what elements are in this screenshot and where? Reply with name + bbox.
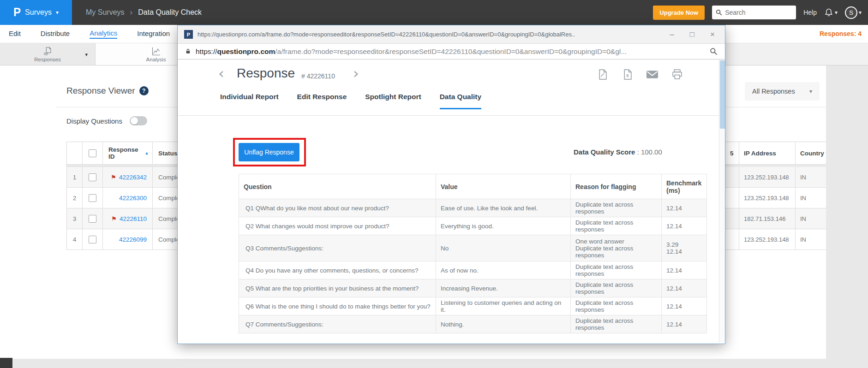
row-checkbox[interactable] bbox=[89, 215, 96, 223]
unflag-response-button[interactable]: Unflag Response bbox=[239, 143, 299, 161]
question-cell: Q1 QWhat do you like most about our new … bbox=[239, 199, 436, 217]
reason-cell: Duplicate text across responses bbox=[571, 297, 662, 315]
header-right: Upgrade Now Help ▾ S ▾ bbox=[653, 6, 868, 20]
table-row: 182.71.153.146 IN bbox=[725, 208, 826, 229]
select-all-checkbox[interactable] bbox=[89, 149, 96, 157]
benchmark-header: Benchmark (ms) bbox=[662, 174, 707, 199]
account-menu[interactable]: S ▾ bbox=[845, 6, 862, 19]
nav-item-edit[interactable]: Edit bbox=[9, 30, 21, 38]
response-id-link[interactable]: 42226110 bbox=[120, 215, 147, 222]
zoom-icon[interactable] bbox=[710, 47, 718, 55]
export-excel-icon[interactable]: x bbox=[622, 69, 633, 80]
address-url: https://questionpro.com/a/frame.do?mode=… bbox=[196, 47, 705, 56]
bell-icon bbox=[824, 8, 833, 17]
chevron-down-icon[interactable]: ▾ bbox=[85, 52, 88, 58]
tab-edit-response[interactable]: Edit Response bbox=[297, 93, 347, 109]
nav-item-analytics[interactable]: Analytics bbox=[90, 29, 117, 39]
quality-row: Q7 Comments/Suggestions: Nothing. Duplic… bbox=[239, 315, 707, 333]
report-tabs: Individual Report Edit Response Spotligh… bbox=[220, 93, 481, 109]
export-actions: x bbox=[597, 69, 683, 80]
responses-icon bbox=[42, 46, 53, 56]
all-responses-dropdown[interactable]: All Responses ▾ bbox=[745, 82, 820, 101]
tab-individual-report[interactable]: Individual Report bbox=[220, 93, 279, 109]
close-button[interactable]: × bbox=[710, 30, 715, 38]
print-icon[interactable] bbox=[671, 69, 683, 80]
response-title: Response bbox=[237, 66, 295, 81]
chevron-down-icon: ▾ bbox=[835, 9, 838, 16]
divider bbox=[178, 115, 725, 116]
quality-row: Q4 Do you have any other comments, quest… bbox=[239, 261, 707, 279]
benchmark-cell: 12.14 bbox=[662, 279, 707, 297]
row-checkbox[interactable] bbox=[89, 173, 96, 181]
truncated-column-header: 5 bbox=[725, 142, 739, 165]
ip-cell: 123.252.193.148 bbox=[739, 229, 796, 250]
response-id-header[interactable]: Response ID▲ bbox=[103, 142, 153, 165]
response-table-right-fragment: 5 IP Address Country Co 123.252.193.148 … bbox=[725, 142, 826, 250]
breadcrumb-my-surveys[interactable]: My Surveys bbox=[86, 8, 125, 17]
toolbar-responses[interactable]: Responses ▾ bbox=[0, 43, 96, 65]
previous-response-button[interactable]: ‹ bbox=[218, 66, 224, 81]
reason-cell: Duplicate text across responses bbox=[571, 315, 662, 333]
question-cell: Q2 What changes would most improve our p… bbox=[239, 217, 436, 235]
reason-cell: Duplicate text across responses bbox=[571, 217, 662, 235]
question-header: Question bbox=[239, 174, 436, 199]
app-root: P Surveys ▾ My Surveys › Data Quality Ch… bbox=[0, 0, 868, 368]
quality-row: Q2 What changes would most improve our p… bbox=[239, 217, 707, 235]
country-cell: IN bbox=[796, 167, 826, 188]
sort-asc-icon[interactable]: ▲ bbox=[145, 151, 149, 155]
row-checkbox[interactable] bbox=[89, 236, 96, 243]
search-input[interactable] bbox=[725, 9, 792, 16]
quality-row: Q3 Comments/Suggestions: No One word ans… bbox=[239, 235, 707, 261]
breadcrumb-separator-icon: › bbox=[130, 8, 133, 17]
modal-scrollbar[interactable] bbox=[719, 59, 725, 343]
chevron-down-icon: ▾ bbox=[809, 88, 812, 95]
minimize-button[interactable]: – bbox=[670, 30, 674, 38]
tab-data-quality[interactable]: Data Quality bbox=[440, 93, 481, 109]
scrollbar-thumb[interactable] bbox=[720, 60, 725, 129]
display-questions-toggle[interactable] bbox=[130, 116, 147, 125]
global-search bbox=[712, 6, 796, 19]
help-link[interactable]: Help bbox=[803, 9, 817, 16]
tab-spotlight-report[interactable]: Spotlight Report bbox=[365, 93, 421, 109]
top-header: P Surveys ▾ My Surveys › Data Quality Ch… bbox=[0, 0, 868, 25]
response-id-link[interactable]: 42226342 bbox=[119, 174, 147, 181]
export-pdf-icon[interactable] bbox=[597, 69, 608, 80]
svg-text:x: x bbox=[626, 73, 629, 78]
nav-item-integration[interactable]: Integration bbox=[137, 30, 170, 38]
address-bar[interactable]: https://questionpro.com/a/frame.do?mode=… bbox=[178, 44, 725, 59]
benchmark-cell: 12.14 bbox=[662, 315, 707, 333]
maximize-button[interactable]: □ bbox=[690, 30, 694, 38]
nav-item-distribute[interactable]: Distribute bbox=[41, 30, 70, 38]
data-quality-score: Data Quality Score : 100.00 bbox=[574, 148, 662, 156]
window-titlebar[interactable]: P https://questionpro.com/a/frame.do?mod… bbox=[178, 25, 725, 44]
value-cell: Listening to customer queries and acting… bbox=[436, 297, 571, 315]
quality-table-header: Question Value Reason for flagging Bench… bbox=[239, 174, 707, 199]
notifications-button[interactable]: ▾ bbox=[824, 8, 838, 17]
benchmark-cell: 12.14 bbox=[662, 217, 707, 235]
responses-count: Responses: 4 bbox=[820, 30, 862, 37]
row-number: 3 bbox=[67, 208, 83, 229]
email-icon[interactable] bbox=[647, 69, 658, 80]
window-controls: – □ × bbox=[670, 30, 718, 38]
response-id-link[interactable]: 42226099 bbox=[119, 236, 147, 243]
benchmark-cell: 12.14 bbox=[662, 199, 707, 217]
question-cell: Q6 What is the one thing I should do to … bbox=[239, 297, 436, 315]
surveys-menu[interactable]: P Surveys ▾ bbox=[0, 0, 72, 25]
ip-cell: 123.252.193.148 bbox=[739, 188, 796, 208]
questionpro-favicon-icon: P bbox=[184, 30, 193, 39]
country-cell: IN bbox=[796, 229, 826, 250]
reason-cell: Duplicate text across responses bbox=[571, 199, 662, 217]
value-cell: Increasing Revenue. bbox=[436, 279, 571, 297]
value-cell: Everything is good. bbox=[436, 217, 571, 235]
response-id-link[interactable]: 42226300 bbox=[119, 195, 147, 202]
all-responses-label: All Responses bbox=[752, 88, 795, 95]
breadcrumb-current: Data Quality Check bbox=[138, 8, 202, 17]
help-icon[interactable]: ? bbox=[139, 86, 149, 95]
next-response-button[interactable]: › bbox=[353, 66, 359, 81]
upgrade-now-button[interactable]: Upgrade Now bbox=[653, 6, 705, 20]
row-number-header bbox=[67, 142, 83, 165]
row-checkbox[interactable] bbox=[89, 194, 96, 202]
product-menu-label: Surveys bbox=[25, 8, 52, 17]
display-questions-label: Display Questions bbox=[66, 117, 122, 125]
ip-cell: 123.252.193.148 bbox=[739, 167, 796, 188]
